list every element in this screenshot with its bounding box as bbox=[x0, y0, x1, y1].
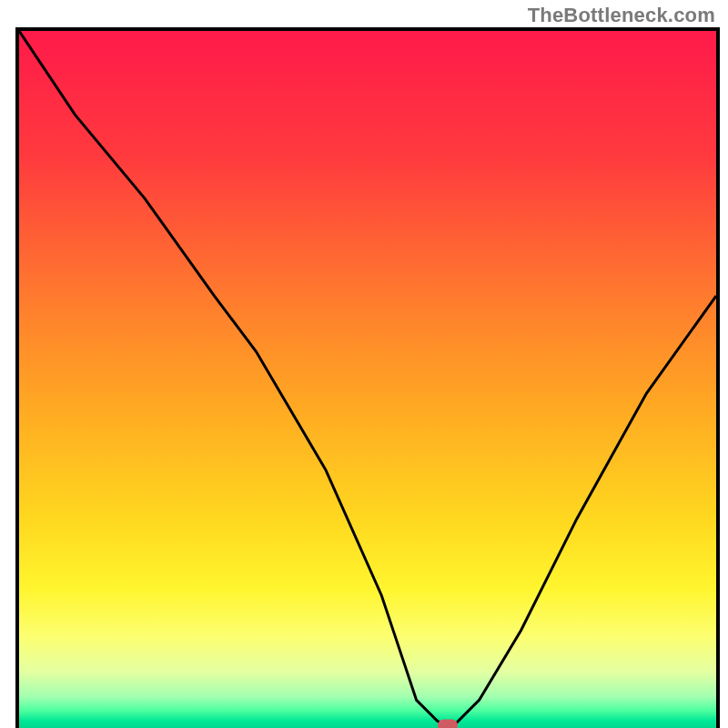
bottleneck-curve bbox=[19, 31, 716, 728]
optimal-marker bbox=[438, 720, 458, 729]
chart-frame: TheBottleneck.com bbox=[0, 0, 728, 728]
plot-area bbox=[19, 31, 716, 728]
plot-border bbox=[15, 27, 720, 728]
watermark-text: TheBottleneck.com bbox=[528, 4, 715, 27]
